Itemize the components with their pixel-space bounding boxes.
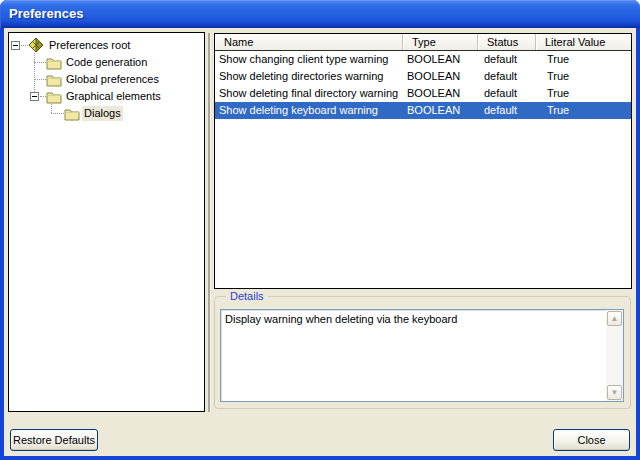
tree-item-dialogs[interactable]: Dialogs <box>9 105 204 122</box>
details-scrollbar[interactable]: ▲ ▼ <box>606 310 623 401</box>
tree-item-label[interactable]: Global preferences <box>64 72 161 87</box>
cell-literal-value: True <box>536 85 631 102</box>
cell-status: default <box>478 68 536 85</box>
cell-name: Show deleting final directory warning <box>215 85 403 102</box>
tree-item-label[interactable]: Graphical elements <box>64 89 163 104</box>
column-header-type[interactable]: Type <box>403 34 478 50</box>
details-text: Display warning when deleting via the ke… <box>225 312 603 326</box>
folder-icon <box>46 55 62 71</box>
preferences-table: Name Type Status Literal Value Show chan… <box>214 33 632 289</box>
column-header-status[interactable]: Status <box>478 34 536 50</box>
cell-type: BOOLEAN <box>403 51 478 68</box>
window-title: Preferences <box>9 0 83 27</box>
tree-item-label[interactable]: Preferences root <box>47 38 132 53</box>
preferences-window: Preferences Preferences root <box>0 0 640 460</box>
table-row-selected[interactable]: Show deleting keyboard warning BOOLEAN d… <box>215 102 631 119</box>
column-header-name[interactable]: Name <box>215 34 403 50</box>
scroll-down-icon[interactable]: ▼ <box>607 385 622 400</box>
cell-name: Show deleting directories warning <box>215 68 403 85</box>
tree-item-global-preferences[interactable]: Global preferences <box>9 71 204 88</box>
preferences-tree: Preferences root Code generation Global … <box>8 32 205 412</box>
tree-item-code-generation[interactable]: Code generation <box>9 54 204 71</box>
folder-icon <box>64 106 80 122</box>
cell-name: Show changing client type warning <box>215 51 403 68</box>
table-header-row: Name Type Status Literal Value <box>215 34 631 51</box>
tree-item-label[interactable]: Code generation <box>64 55 149 70</box>
cell-type: BOOLEAN <box>403 85 478 102</box>
column-header-literal-value[interactable]: Literal Value <box>536 34 631 50</box>
details-group-label: Details <box>226 289 268 304</box>
preferences-root-icon <box>28 37 44 53</box>
panel-splitter[interactable] <box>208 33 210 412</box>
tree-item-preferences-root[interactable]: Preferences root <box>9 37 204 54</box>
title-bar[interactable]: Preferences <box>0 0 640 28</box>
scroll-up-icon[interactable]: ▲ <box>607 311 622 326</box>
table-row[interactable]: Show deleting directories warning BOOLEA… <box>215 68 631 85</box>
folder-icon <box>46 89 62 105</box>
close-button[interactable]: Close <box>553 429 630 451</box>
cell-status: default <box>478 85 536 102</box>
collapse-minus-icon[interactable] <box>11 41 20 50</box>
folder-icon <box>46 72 62 88</box>
cell-literal-value: True <box>536 68 631 85</box>
cell-type: BOOLEAN <box>403 102 478 119</box>
tree-item-graphical-elements[interactable]: Graphical elements <box>9 88 204 105</box>
cell-literal-value: True <box>536 102 631 119</box>
collapse-minus-icon[interactable] <box>30 92 39 101</box>
dialog-body: Preferences root Code generation Global … <box>4 28 636 456</box>
cell-status: default <box>478 102 536 119</box>
table-row[interactable]: Show changing client type warning BOOLEA… <box>215 51 631 68</box>
tree-item-label[interactable]: Dialogs <box>82 106 123 121</box>
details-textarea[interactable]: Display warning when deleting via the ke… <box>220 309 624 402</box>
cell-type: BOOLEAN <box>403 68 478 85</box>
table-row[interactable]: Show deleting final directory warning BO… <box>215 85 631 102</box>
cell-literal-value: True <box>536 51 631 68</box>
restore-defaults-button[interactable]: Restore Defaults <box>10 429 98 451</box>
cell-name: Show deleting keyboard warning <box>215 102 403 119</box>
details-group: Details Display warning when deleting vi… <box>214 296 631 409</box>
cell-status: default <box>478 51 536 68</box>
